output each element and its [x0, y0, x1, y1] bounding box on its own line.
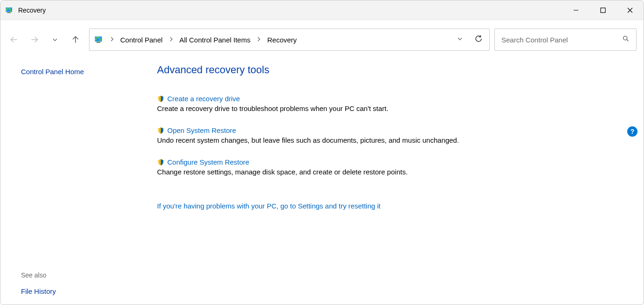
tool-description: Undo recent system changes, but leave fi… — [157, 136, 625, 144]
help-icon: ? — [630, 128, 635, 135]
up-button[interactable] — [70, 35, 81, 45]
shield-icon — [157, 159, 164, 166]
refresh-button[interactable] — [474, 35, 483, 45]
titlebar: Recovery — [0, 0, 644, 20]
breadcrumb-all-items[interactable]: All Control Panel Items — [178, 34, 252, 46]
tool-item: Open System Restore Undo recent system c… — [157, 126, 625, 144]
chevron-right-icon[interactable] — [166, 36, 176, 43]
recovery-app-icon — [5, 6, 14, 14]
svg-line-12 — [627, 40, 629, 42]
address-bar[interactable]: Control Panel All Control Panel Items Re… — [89, 28, 490, 51]
help-button[interactable]: ? — [627, 126, 637, 137]
minimize-button[interactable] — [562, 0, 589, 20]
create-recovery-drive-link[interactable]: Create a recovery drive — [167, 95, 240, 103]
left-pane: Control Panel Home See also File History — [0, 51, 140, 305]
search-input[interactable] — [501, 36, 622, 44]
control-panel-home-link[interactable]: Control Panel Home — [21, 68, 140, 76]
page-heading: Advanced recovery tools — [157, 64, 625, 76]
window-title: Recovery — [18, 7, 46, 14]
back-button[interactable] — [9, 35, 19, 45]
toolbar: Control Panel All Control Panel Items Re… — [0, 20, 644, 51]
search-icon[interactable] — [622, 35, 630, 44]
chevron-right-icon[interactable] — [107, 36, 116, 43]
tool-description: Create a recovery drive to troubleshoot … — [157, 104, 625, 112]
open-system-restore-link[interactable]: Open System Restore — [167, 126, 236, 134]
breadcrumb-recovery[interactable]: Recovery — [266, 34, 297, 46]
file-history-link[interactable]: File History — [21, 287, 140, 295]
shield-icon — [157, 127, 164, 134]
tool-description: Change restore settings, manage disk spa… — [157, 168, 625, 176]
reset-pc-settings-link[interactable]: If you're having problems with your PC, … — [157, 202, 381, 210]
recent-locations-button[interactable] — [50, 35, 60, 45]
maximize-button[interactable] — [589, 0, 617, 20]
tool-item: Create a recovery drive Create a recover… — [157, 95, 625, 112]
forward-button[interactable] — [29, 35, 40, 45]
see-also-label: See also — [21, 271, 140, 279]
window-controls — [562, 0, 644, 20]
breadcrumb-control-panel[interactable]: Control Panel — [119, 34, 164, 46]
close-button[interactable] — [617, 0, 644, 20]
address-dropdown-button[interactable] — [457, 35, 463, 44]
main-pane: Advanced recovery tools Create a recover… — [140, 51, 644, 305]
search-box[interactable] — [494, 28, 637, 51]
content-area: Control Panel Home See also File History… — [0, 51, 644, 305]
recovery-path-icon — [94, 35, 103, 44]
nav-buttons — [9, 35, 84, 45]
svg-rect-3 — [601, 8, 605, 13]
tool-item: Configure System Restore Change restore … — [157, 158, 625, 176]
svg-point-11 — [623, 36, 627, 40]
chevron-right-icon[interactable] — [254, 36, 263, 43]
shield-icon — [157, 95, 164, 103]
configure-system-restore-link[interactable]: Configure System Restore — [167, 158, 249, 166]
